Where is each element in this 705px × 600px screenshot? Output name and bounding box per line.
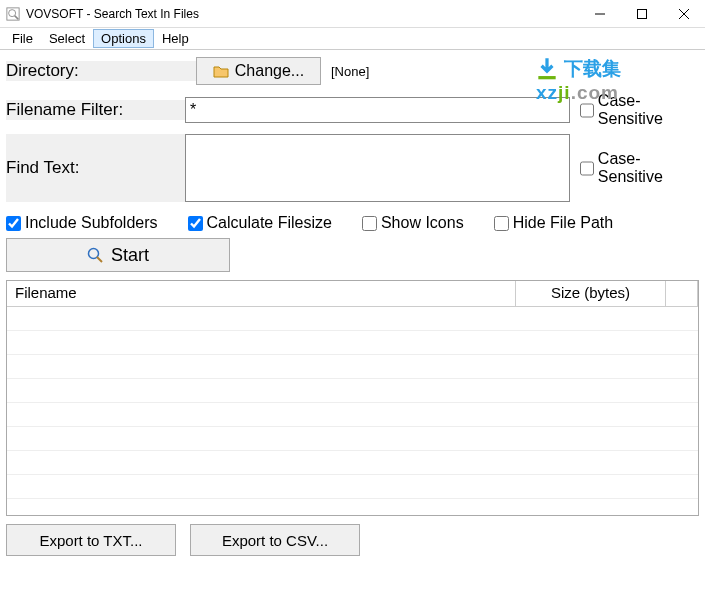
show-icons-checkbox[interactable]: Show Icons: [362, 214, 464, 232]
show-icons-label: Show Icons: [381, 214, 464, 232]
filename-filter-label: Filename Filter:: [6, 100, 185, 120]
minimize-button[interactable]: [579, 0, 621, 28]
export-csv-button[interactable]: Export to CSV...: [190, 524, 360, 556]
directory-label: Directory:: [6, 61, 196, 81]
find-case-sensitive-checkbox[interactable]: Case-Sensitive: [580, 150, 699, 186]
find-text-input[interactable]: [185, 134, 570, 202]
window-title: VOVSOFT - Search Text In Files: [26, 7, 579, 21]
find-text-label: Find Text:: [6, 134, 185, 202]
change-directory-button[interactable]: Change...: [196, 57, 321, 85]
folder-icon: [213, 64, 229, 78]
column-filename[interactable]: Filename: [7, 281, 516, 307]
table-row: [7, 427, 698, 451]
find-case-sensitive-label: Case-Sensitive: [598, 150, 699, 186]
grid-body: [7, 307, 698, 515]
table-row: [7, 451, 698, 475]
current-directory: [None]: [331, 64, 369, 79]
column-size[interactable]: Size (bytes): [516, 281, 666, 307]
start-button[interactable]: Start: [6, 238, 230, 272]
close-button[interactable]: [663, 0, 705, 28]
start-button-label: Start: [111, 245, 149, 266]
menu-bar: File Select Options Help: [0, 28, 705, 50]
menu-options[interactable]: Options: [93, 29, 154, 48]
calculate-filesize-checkbox[interactable]: Calculate Filesize: [188, 214, 332, 232]
include-subfolders-box[interactable]: [6, 216, 21, 231]
show-icons-box[interactable]: [362, 216, 377, 231]
table-row: [7, 403, 698, 427]
grid-header: Filename Size (bytes): [7, 281, 698, 307]
svg-line-8: [97, 257, 102, 262]
menu-file[interactable]: File: [4, 29, 41, 48]
menu-help[interactable]: Help: [154, 29, 197, 48]
filename-filter-input[interactable]: [185, 97, 570, 123]
table-row: [7, 331, 698, 355]
menu-select[interactable]: Select: [41, 29, 93, 48]
table-row: [7, 355, 698, 379]
title-bar: VOVSOFT - Search Text In Files: [0, 0, 705, 28]
table-row: [7, 475, 698, 499]
export-txt-button[interactable]: Export to TXT...: [6, 524, 176, 556]
hide-file-path-label: Hide File Path: [513, 214, 614, 232]
app-icon: [6, 7, 20, 21]
table-row: [7, 379, 698, 403]
hide-file-path-box[interactable]: [494, 216, 509, 231]
filter-case-sensitive-box[interactable]: [580, 103, 594, 118]
find-case-sensitive-box[interactable]: [580, 161, 594, 176]
change-button-label: Change...: [235, 62, 304, 80]
include-subfolders-label: Include Subfolders: [25, 214, 158, 232]
search-icon: [87, 247, 103, 263]
include-subfolders-checkbox[interactable]: Include Subfolders: [6, 214, 158, 232]
results-grid[interactable]: Filename Size (bytes): [6, 280, 699, 516]
column-extra[interactable]: [666, 281, 698, 307]
filter-case-sensitive-label: Case-Sensitive: [598, 92, 699, 128]
calculate-filesize-label: Calculate Filesize: [207, 214, 332, 232]
calculate-filesize-box[interactable]: [188, 216, 203, 231]
table-row: [7, 307, 698, 331]
hide-file-path-checkbox[interactable]: Hide File Path: [494, 214, 614, 232]
svg-rect-4: [638, 9, 647, 18]
maximize-button[interactable]: [621, 0, 663, 28]
filter-case-sensitive-checkbox[interactable]: Case-Sensitive: [580, 92, 699, 128]
